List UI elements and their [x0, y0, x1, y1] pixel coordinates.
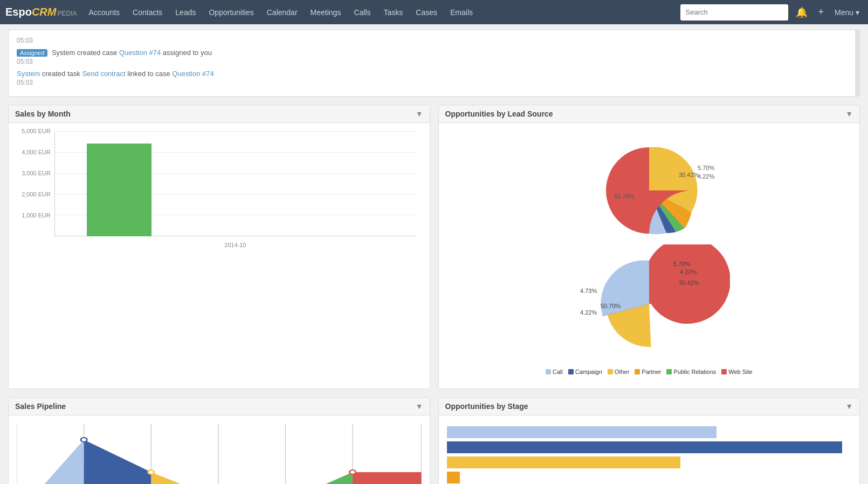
nav-emails[interactable]: Emails [444, 0, 479, 24]
y-label-5000: 5,000 EUR [22, 128, 51, 134]
svg-text:4.73%: 4.73% [580, 288, 597, 294]
pie-svg: 50.70% 30.42% 4.73% 4.22% 5.70% 4.22% [568, 244, 730, 363]
nav-meetings[interactable]: Meetings [304, 0, 348, 24]
pipeline-prospecting [17, 440, 84, 484]
nav-calls[interactable]: Calls [347, 0, 377, 24]
opps-lead-source-title: Opportunities by Lead Source [445, 110, 553, 118]
hbar-row-qualification [447, 441, 852, 453]
notification-icon[interactable]: 🔔 [793, 6, 811, 18]
point-1 [81, 438, 87, 442]
opps-stage-header: Opportunities by Stage ▼ [439, 398, 860, 415]
opps-lead-source-header: Opportunities by Lead Source ▼ [439, 105, 860, 123]
label-other: 30.42% [679, 172, 699, 178]
activity-link-sendcontract[interactable]: Send contract [82, 70, 125, 78]
activity-link-question74b[interactable]: Question #74 [172, 70, 213, 78]
opps-by-stage-panel: Opportunities by Stage ▼ [438, 397, 860, 484]
svg-text:30.42%: 30.42% [679, 280, 699, 286]
hbar-chart: 0 EUR 2,000 EUR 4,000 EUR 6,000 EUR 8,00… [447, 424, 852, 484]
legend-label-other: Other [615, 369, 630, 375]
pie-chart-area: 50.70% 30.42% 4.73% 4.22% 5.70% 4.22% [568, 244, 730, 363]
pipeline-qualification [84, 440, 151, 484]
svg-text:5.70%: 5.70% [673, 261, 690, 267]
hbar-wrap-prospecting [447, 426, 852, 438]
nav-calendar[interactable]: Calendar [260, 0, 304, 24]
nav-accounts[interactable]: Accounts [82, 0, 126, 24]
activity-time-3: 05:03 [17, 79, 851, 86]
activity-assigned-suffix: assigned to you [163, 49, 212, 57]
hbar-bar-perception [447, 472, 460, 483]
activity-text-task: System created task Send contract linked… [17, 70, 851, 78]
opps-by-lead-source-panel: Opportunities by Lead Source ▼ [438, 105, 860, 389]
svg-text:4.22%: 4.22% [680, 269, 697, 275]
activity-item-assigned: Assigned System created case Question #7… [17, 49, 851, 65]
legend-label-pr: Public Relations [673, 369, 716, 375]
nav-cases[interactable]: Cases [409, 0, 444, 24]
nav-right: 🔔 + Menu ▾ [680, 4, 863, 21]
y-label-3000: 3,000 EUR [22, 170, 51, 176]
add-icon[interactable]: + [815, 6, 828, 18]
sales-by-month-header: Sales by Month ▼ [9, 105, 430, 123]
legend-other: Other [608, 369, 630, 375]
activity-time-2: 05:03 [17, 58, 851, 65]
nav-opportunities[interactable]: Opportunities [202, 0, 260, 24]
legend-dot-pr [666, 369, 672, 374]
charts-row-2: Sales Pipeline ▼ [8, 397, 860, 484]
svg-text:50.70%: 50.70% [601, 303, 621, 309]
activity-system-text: System created case [52, 49, 119, 57]
activity-link-system[interactable]: System [17, 70, 40, 78]
pipeline-svg [17, 424, 422, 484]
logo: Espo CRM PEDIA [5, 6, 77, 18]
hbar-bar-qualification [447, 441, 843, 453]
bar-chart: 5,000 EUR 4,000 EUR 3,000 EUR 2,000 EUR … [17, 131, 422, 250]
y-label-1000: 1,000 EUR [22, 212, 51, 219]
sales-pipeline-dropdown[interactable]: ▼ [416, 402, 423, 411]
activity-text-assigned: Assigned System created case Question #7… [17, 49, 851, 57]
y-label-2000: 2,000 EUR [22, 191, 51, 197]
nav-leads[interactable]: Leads [169, 0, 202, 24]
activity-item: 05:03 [17, 37, 851, 44]
nav-tasks[interactable]: Tasks [377, 0, 410, 24]
assigned-badge: Assigned [17, 49, 47, 57]
activity-panel: 05:03 Assigned System created case Quest… [8, 30, 860, 97]
legend-website: Web Site [721, 369, 752, 375]
pie-chart-svg: 50.70% 30.42% 4.73% 4.22% 5.70% 4.22% [574, 137, 725, 244]
sales-by-month-dropdown[interactable]: ▼ [416, 110, 423, 118]
point-5 [349, 470, 355, 474]
opps-stage-dropdown[interactable]: ▼ [845, 402, 853, 411]
activity-linked-text: linked to case [127, 70, 172, 78]
search-input[interactable] [680, 4, 788, 21]
pipeline-negotiation [285, 472, 353, 484]
hbar-row-perception [447, 472, 852, 483]
nav-links: Accounts Contacts Leads Opportunities Ca… [82, 0, 680, 24]
sales-by-month-panel: Sales by Month ▼ [8, 105, 430, 389]
hbar-row-needs [447, 456, 852, 468]
activity-created-text: created task [42, 70, 82, 78]
activity-time: 05:03 [17, 37, 851, 44]
navigation: Espo CRM PEDIA Accounts Contacts Leads O… [0, 0, 868, 24]
hbar-wrap-perception [447, 472, 852, 483]
legend-label-call: Call [553, 369, 563, 375]
scroll-bar[interactable] [855, 30, 859, 96]
sales-pipeline-panel: Sales Pipeline ▼ [8, 397, 430, 484]
logo-espo: Espo [5, 6, 32, 18]
hbar-row-prospecting [447, 426, 852, 438]
sales-by-month-title: Sales by Month [15, 110, 71, 118]
menu-button[interactable]: Menu ▾ [831, 8, 863, 17]
legend-dot-call [546, 369, 551, 374]
opps-stage-title: Opportunities by Stage [445, 402, 528, 411]
point-2 [148, 470, 154, 474]
nav-contacts[interactable]: Contacts [126, 0, 169, 24]
opps-lead-source-dropdown[interactable]: ▼ [845, 110, 853, 118]
legend-dot-campaign [568, 369, 574, 374]
x-label: 2014-10 [54, 242, 416, 248]
activity-link-question74a[interactable]: Question #74 [119, 49, 161, 57]
logo-crm: CRM [32, 6, 57, 18]
legend-label-partner: Partner [642, 369, 661, 375]
charts-row-1: Sales by Month ▼ [8, 105, 860, 389]
legend-label-website: Web Site [728, 369, 752, 375]
legend-pr: Public Relations [666, 369, 716, 375]
logo-pedia: PEDIA [57, 10, 77, 17]
opps-stage-body: 0 EUR 2,000 EUR 4,000 EUR 6,000 EUR 8,00… [439, 415, 860, 484]
label-website: 50.70% [614, 193, 635, 200]
sales-pipeline-title: Sales Pipeline [15, 402, 66, 411]
